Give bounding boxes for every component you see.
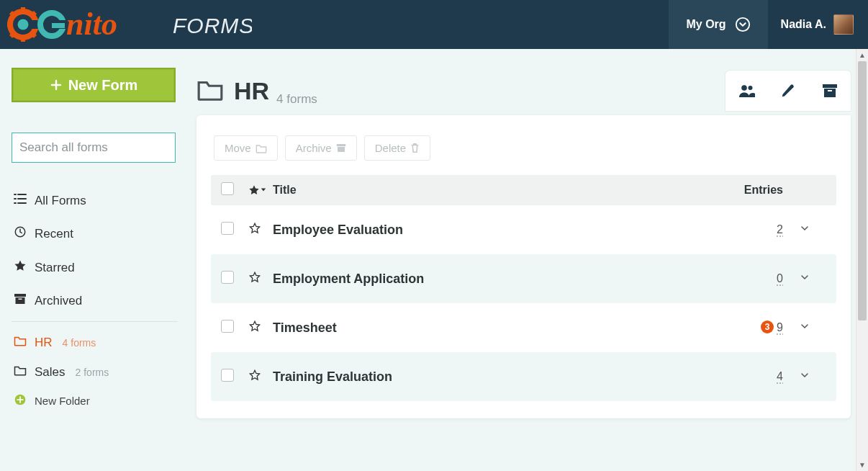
folder-icon <box>13 335 27 350</box>
sidebar-item-starred[interactable]: Starred <box>12 251 178 284</box>
bulk-delete-button[interactable]: Delete <box>364 135 430 161</box>
row-expand-button[interactable] <box>783 320 826 335</box>
entries-link[interactable]: 4 <box>724 370 783 383</box>
select-all-checkbox[interactable] <box>221 182 234 195</box>
sidebar: New Form All Forms Recent <box>0 49 189 471</box>
chevron-down-icon <box>799 320 810 332</box>
row-checkbox[interactable] <box>221 369 234 382</box>
sidebar-item-archived[interactable]: Archived <box>12 284 178 317</box>
sidebar-nav: All Forms Recent Starred Archived <box>12 184 178 415</box>
page-body: New Form All Forms Recent <box>0 49 868 471</box>
search-input[interactable] <box>19 140 172 155</box>
chevron-down-icon <box>799 223 810 234</box>
entries-link[interactable]: 39 <box>724 321 783 335</box>
brand-logo[interactable]: nito FORMS <box>7 6 252 43</box>
row-checkbox[interactable] <box>221 271 234 284</box>
user-menu[interactable]: Nadia A. <box>768 0 868 49</box>
column-title[interactable]: Title <box>270 184 724 197</box>
org-name-label: My Org <box>686 18 725 31</box>
plus-circle-icon <box>13 394 27 408</box>
svg-point-23 <box>741 85 747 91</box>
sort-by-star[interactable] <box>248 184 270 196</box>
svg-rect-20 <box>16 297 25 304</box>
svg-point-24 <box>749 86 753 90</box>
vertical-scrollbar[interactable]: ▲ ▼ <box>856 49 868 471</box>
archive-icon <box>822 84 838 98</box>
chevron-down-circle-icon <box>735 17 751 32</box>
svg-text:FORMS: FORMS <box>173 14 252 37</box>
row-expand-button[interactable] <box>783 272 826 286</box>
sidebar-divider <box>12 321 178 322</box>
star-toggle[interactable] <box>248 369 270 385</box>
star-fill-icon <box>13 259 27 276</box>
svg-point-16 <box>736 18 749 31</box>
bulk-archive-button[interactable]: Archive <box>285 135 357 161</box>
form-title-link[interactable]: Employee Evaluation <box>270 223 724 238</box>
cognito-forms-logo-icon: nito FORMS <box>7 6 252 43</box>
folder-large-icon <box>196 77 224 104</box>
sidebar-item-label: Recent <box>35 227 73 241</box>
form-title-link[interactable]: Timesheet <box>270 320 724 336</box>
svg-rect-13 <box>52 23 65 28</box>
table-row: Training Evaluation 4 <box>211 352 836 401</box>
plus-icon <box>50 78 63 91</box>
scrollbar-thumb[interactable] <box>858 61 867 320</box>
sidebar-item-label: Starred <box>35 261 75 275</box>
row-expand-button[interactable] <box>783 223 826 237</box>
caret-down-icon <box>261 187 266 193</box>
svg-rect-25 <box>823 84 837 88</box>
content-header: HR 4 forms <box>196 71 851 111</box>
form-title-link[interactable]: Employment Application <box>270 272 724 287</box>
scroll-down-icon: ▼ <box>856 459 868 471</box>
svg-rect-19 <box>14 294 26 297</box>
star-toggle[interactable] <box>248 320 270 336</box>
table-row: Timesheet 39 <box>211 303 836 352</box>
archive-folder-button[interactable] <box>809 71 851 111</box>
svg-rect-2 <box>21 7 25 13</box>
sidebar-folder-hr[interactable]: HR 4 forms <box>12 328 178 357</box>
row-checkbox[interactable] <box>221 320 234 333</box>
sidebar-item-recent[interactable]: Recent <box>12 217 178 251</box>
entries-link[interactable]: 0 <box>724 272 783 285</box>
new-form-label: New Form <box>68 77 138 94</box>
star-fill-icon <box>248 184 260 196</box>
sidebar-item-label: Archived <box>35 294 82 308</box>
sidebar-item-all-forms[interactable]: All Forms <box>12 184 178 217</box>
row-expand-button[interactable] <box>783 369 826 384</box>
bulk-move-label: Move <box>225 142 251 154</box>
column-entries[interactable]: Entries <box>724 184 783 197</box>
table-row: Employee Evaluation 2 <box>211 205 836 254</box>
svg-text:nito: nito <box>66 6 117 42</box>
rename-folder-button[interactable] <box>767 71 809 111</box>
star-outline-icon <box>248 369 261 382</box>
new-folder-button[interactable]: New Folder <box>12 387 178 415</box>
star-toggle[interactable] <box>248 271 270 287</box>
folder-label: HR <box>35 336 53 350</box>
pencil-icon <box>780 83 796 99</box>
list-icon <box>13 193 27 208</box>
sidebar-search[interactable] <box>12 133 176 163</box>
trash-icon <box>410 143 420 153</box>
star-toggle[interactable] <box>248 222 270 238</box>
top-navbar: nito FORMS My Org Nadia A. <box>0 0 868 49</box>
avatar <box>833 14 854 35</box>
entries-link[interactable]: 2 <box>724 223 783 236</box>
page-subtitle: 4 forms <box>276 92 317 111</box>
sidebar-folder-sales[interactable]: Sales 2 forms <box>12 357 178 387</box>
page-title: HR <box>234 77 269 105</box>
scroll-up-icon: ▲ <box>856 49 868 61</box>
row-checkbox[interactable] <box>221 222 234 235</box>
svg-rect-6 <box>21 36 25 42</box>
org-switcher[interactable]: My Org <box>669 0 767 49</box>
svg-rect-21 <box>19 299 22 300</box>
folder-count: 2 forms <box>76 367 109 378</box>
bulk-move-button[interactable]: Move <box>214 135 278 161</box>
chevron-down-icon <box>799 369 810 381</box>
new-form-button[interactable]: New Form <box>12 68 176 102</box>
share-folder-button[interactable] <box>725 71 767 111</box>
user-name-label: Nadia A. <box>781 18 826 31</box>
sidebar-item-label: All Forms <box>35 194 86 208</box>
form-title-link[interactable]: Training Evaluation <box>270 369 724 385</box>
folder-label: Sales <box>35 365 65 380</box>
forms-panel: Move Archive Delete Title <box>196 115 851 418</box>
